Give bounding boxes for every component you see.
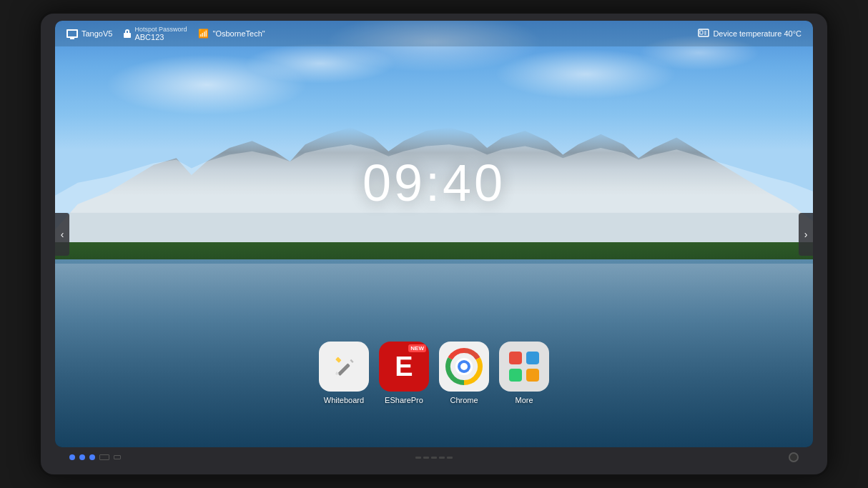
- svg-point-12: [460, 363, 468, 370]
- hotspot-label: Hotspot Password: [134, 26, 187, 33]
- more-label: More: [515, 396, 533, 404]
- status-bar: TangoV5 Hotspot Password ABC123 📶: [55, 21, 813, 46]
- esharepro-icon-bg: NEW E: [379, 342, 429, 392]
- led-indicator-1: [69, 454, 75, 460]
- wifi-ssid: "OsborneTech": [212, 29, 265, 38]
- hotspot-item: Hotspot Password ABC123: [124, 26, 187, 41]
- app-more[interactable]: More: [499, 342, 549, 404]
- device-name-item: TangoV5: [66, 29, 112, 38]
- more-dots-icon: [509, 352, 539, 382]
- clock-display: 09:40: [363, 154, 505, 212]
- left-nav-arrow[interactable]: ‹: [55, 213, 69, 256]
- tv-frame: TangoV5 Hotspot Password ABC123 📶: [41, 14, 827, 474]
- apps-container: Whiteboard NEW E ESharePro: [319, 342, 549, 404]
- svg-rect-5: [337, 364, 350, 377]
- wifi-item: 📶 "OsborneTech": [198, 29, 265, 39]
- more-dot-4: [526, 369, 539, 382]
- more-icon-bg: [499, 342, 549, 392]
- more-dot-2: [526, 352, 539, 364]
- bar-dot-3: [431, 457, 437, 459]
- chrome-circle: [445, 348, 483, 385]
- esharepro-letter-icon: E: [395, 352, 413, 382]
- port-icon-2: [114, 455, 121, 459]
- whiteboard-pencil-icon: [332, 354, 356, 379]
- temp-label: Device temperature 40°C: [713, 29, 802, 38]
- app-esharepro[interactable]: NEW E ESharePro: [379, 342, 429, 404]
- bar-dot-1: [415, 457, 421, 459]
- bottom-center-dots: [415, 457, 453, 459]
- temp-icon: [698, 29, 709, 39]
- tv-bezel: TangoV5 Hotspot Password ABC123 📶: [55, 21, 813, 447]
- more-dot-1: [509, 352, 522, 364]
- led-indicator-2: [79, 454, 85, 460]
- tv-bottom-bar: [55, 447, 813, 467]
- status-right: Device temperature 40°C: [698, 29, 802, 39]
- hotspot-value: ABC123: [134, 33, 187, 41]
- esharepro-badge: NEW: [408, 344, 426, 352]
- whiteboard-icon-bg: [319, 342, 369, 392]
- more-dot-3: [509, 369, 522, 382]
- wifi-icon: 📶: [198, 29, 209, 39]
- svg-rect-8: [335, 357, 341, 363]
- bar-dot-2: [423, 457, 429, 459]
- power-button-indicator: [789, 452, 799, 462]
- status-left: TangoV5 Hotspot Password ABC123 📶: [66, 26, 698, 41]
- bottom-left-controls: [69, 454, 121, 460]
- led-indicator-3: [89, 454, 95, 460]
- svg-marker-6: [350, 359, 354, 363]
- app-chrome[interactable]: Chrome: [439, 342, 489, 404]
- monitor-icon: [66, 29, 78, 38]
- temp-item: Device temperature 40°C: [698, 29, 802, 39]
- app-whiteboard[interactable]: Whiteboard: [319, 342, 369, 404]
- usb-port-icon: [99, 454, 109, 460]
- svg-rect-1: [700, 31, 703, 34]
- screen: TangoV5 Hotspot Password ABC123 📶: [55, 21, 813, 447]
- esharepro-label: ESharePro: [385, 396, 423, 404]
- right-nav-arrow[interactable]: ›: [799, 213, 813, 256]
- lock-icon: [124, 29, 131, 38]
- whiteboard-label: Whiteboard: [324, 396, 364, 404]
- device-name: TangoV5: [82, 29, 112, 38]
- bar-dot-5: [447, 457, 453, 459]
- chrome-icon-bg: [439, 342, 489, 392]
- left-chevron-icon: ‹: [61, 229, 64, 240]
- chrome-svg-icon: [445, 348, 483, 385]
- chrome-label: Chrome: [450, 396, 478, 404]
- right-chevron-icon: ›: [804, 229, 808, 240]
- bar-dot-4: [439, 457, 445, 459]
